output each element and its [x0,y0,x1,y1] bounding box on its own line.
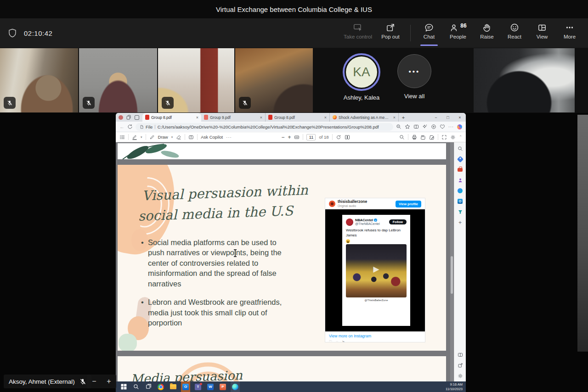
draw-pen-icon[interactable] [149,134,155,140]
rotate-icon[interactable] [336,134,341,140]
workspaces-icon[interactable] [134,115,140,120]
chat-button[interactable]: Chat [415,18,443,48]
spotlight-participant[interactable]: KA Ashley, Kalea [337,53,386,101]
teams-taskbar-icon[interactable]: T [193,381,203,392]
tab-close-icon[interactable]: × [195,115,198,120]
react-button[interactable]: React [501,18,528,48]
follow-button[interactable]: Follow [389,219,407,224]
like-icon[interactable]: ♡ [329,340,332,342]
browser-tab-4[interactable]: Shock Advertising as A means t × [330,113,399,122]
refresh-icon[interactable] [127,124,133,129]
view-more-link[interactable]: View more on Instagram [329,334,421,338]
more-button[interactable]: More [556,18,583,48]
sidebar-drop-icon[interactable] [457,209,463,215]
browser-tab-3[interactable]: Group 8.pdf × [266,113,330,122]
next-slide-title: Media persuasion [130,368,243,381]
sidebar-search-icon[interactable] [457,146,463,151]
favorites-star-icon[interactable] [405,124,410,129]
pdf-more-icon[interactable]: ··· [226,134,232,140]
comment-icon[interactable]: ◌ [336,340,338,342]
sidebar-designer-icon[interactable] [457,188,463,194]
close-button[interactable]: × [454,113,466,122]
sidebar-shopping-icon[interactable] [457,156,463,162]
participant-video-4[interactable] [235,48,313,112]
pdf-scrollbar-thumb[interactable] [451,256,453,294]
zoom-out-button[interactable]: − [92,377,96,386]
basketball-video-still[interactable]: ▶ [346,244,407,297]
people-button[interactable]: 86 People [443,18,473,48]
participant-video-1[interactable] [0,48,78,112]
participant-video-3[interactable] [158,48,234,112]
edge-taskbar-icon[interactable] [231,381,240,392]
powerpoint-taskbar-icon[interactable]: P [218,381,227,392]
word-taskbar-icon[interactable]: W [206,381,215,392]
settings-more-icon[interactable]: ··· [448,124,454,129]
profile-avatar[interactable] [119,115,123,120]
copilot-icon[interactable] [457,124,462,129]
fit-to-width-icon[interactable] [294,134,300,140]
raise-hand-button[interactable]: Raise [473,18,501,48]
sidebar-open-external-icon[interactable] [457,362,463,368]
start-button[interactable] [119,381,128,392]
zoom-out-icon[interactable] [396,124,401,129]
tweet-text: Westbrook refuses to dap LeBron James [346,228,407,238]
save-icon[interactable] [420,134,426,140]
view-all-button[interactable]: ••• View all [390,54,439,100]
collapse-toolbar-icon[interactable]: ⌃ [459,135,462,139]
minimize-button[interactable]: − [430,113,442,122]
url-field[interactable]: File | C:/Users/aaksoy/OneDrive%20-%20Co… [136,123,393,131]
task-view-icon[interactable] [144,381,153,392]
new-tab-button[interactable]: + [399,113,408,122]
back-icon[interactable]: ← [119,124,124,129]
sidebar-linkedin-icon[interactable] [457,177,463,183]
split-screen-icon[interactable] [413,124,419,129]
browser-tab-2[interactable]: Group 9.pdf × [201,113,266,122]
eraser-icon[interactable] [176,134,181,140]
highlighter-icon[interactable] [132,134,137,140]
table-of-contents-icon[interactable] [119,134,125,140]
participant-video-2[interactable] [79,48,157,112]
zoom-out-button[interactable]: − [281,134,284,140]
pop-out-button[interactable]: Pop out [375,18,406,48]
chrome-taskbar-icon[interactable] [156,381,165,392]
file-explorer-taskbar-icon[interactable] [169,381,178,392]
tab-close-icon[interactable]: × [259,115,262,120]
draw-dropdown-icon[interactable]: ▾ [171,135,173,139]
ask-copilot-button[interactable]: Ask Copilot [201,134,223,140]
fullscreen-icon[interactable] [441,134,447,140]
taskbar-time: 9:16 AM [446,382,463,387]
collections-icon[interactable] [422,124,428,129]
browser-tab-1[interactable]: Group 8.pdf × [142,113,201,122]
zoom-in-button[interactable]: + [107,377,111,386]
maximize-button[interactable]: □ [442,113,454,122]
view-button[interactable]: View [528,18,556,48]
share-icon[interactable]: ➤ [342,340,345,342]
sidebar-split-icon[interactable] [457,352,463,358]
sidebar-m365-icon[interactable] [457,167,463,173]
self-video[interactable] [474,48,575,112]
draw-label[interactable]: Draw [158,134,168,140]
sidebar-settings-gear-icon[interactable] [457,373,463,379]
save-as-icon[interactable] [429,134,435,140]
page-view-icon[interactable] [345,134,350,140]
tab-actions-icon[interactable] [126,115,131,120]
highlighter-dropdown-icon[interactable]: ▾ [141,135,142,139]
taskbar-clock[interactable]: 9:16 AM 11/10/2023 [446,382,466,392]
print-icon[interactable] [412,134,417,140]
search-icon[interactable] [399,134,405,140]
tab-close-icon[interactable]: × [323,115,327,120]
sidebar-add-icon[interactable]: + [457,219,463,225]
zoom-in-button[interactable]: + [288,134,291,140]
sidebar-outlook-icon[interactable]: O [457,198,463,204]
browser-essentials-icon[interactable] [440,124,445,129]
pdf-settings-gear-icon[interactable] [450,134,456,140]
page-number-input[interactable]: 11 [306,134,316,140]
pdf-scrollbar[interactable] [450,142,453,381]
view-profile-button[interactable]: View profile [396,201,421,207]
text-selection-icon[interactable] [188,134,194,140]
pdf-viewer[interactable]: Visual persuasion within social media in… [116,142,454,381]
tab-close-icon[interactable]: × [392,115,396,120]
taskbar-search-icon[interactable] [131,381,141,392]
extensions-icon[interactable] [431,124,436,129]
outlook-taskbar-icon[interactable]: O [181,381,190,392]
